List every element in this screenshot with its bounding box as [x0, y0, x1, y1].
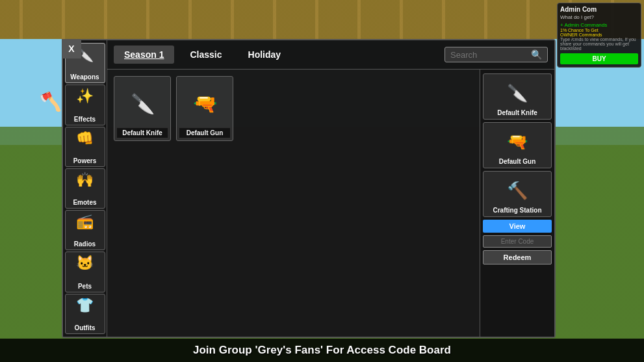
bottom-bar: Join Group 'Grey's Fans' For Access Code…: [0, 339, 644, 362]
item-icon-default-knife: 🔪: [131, 79, 155, 128]
powers-icon: 👊: [76, 130, 94, 147]
admin-small-text: Type /cmds to view commands, If you shar…: [560, 37, 638, 51]
tabs-header: Season 1 Classic Holiday 🔍: [107, 40, 554, 70]
panel-body: 🔪Weapons✨Effects👊Powers🙌Emotes📻Radios🐱Pe…: [63, 40, 554, 337]
right-item-default-gun: 🔫Default Gun: [483, 122, 552, 168]
sidebar-item-effects[interactable]: ✨Effects: [65, 84, 105, 125]
sidebar-item-label-weapons: Weapons: [70, 73, 99, 81]
sidebar-item-label-emotes: Emotes: [73, 199, 96, 206]
main-panel: 🔪Weapons✨Effects👊Powers🙌Emotes📻Radios🐱Pe…: [62, 39, 556, 338]
right-item-icon-crafting-station: 🔨: [507, 174, 528, 207]
item-card-default-gun[interactable]: 🔫Default Gun: [176, 76, 233, 141]
view-button[interactable]: View: [483, 220, 552, 233]
close-button[interactable]: X: [62, 39, 81, 58]
admin-panel: Admin Com What do I get? + Admin Command…: [557, 3, 641, 68]
tab-season1[interactable]: Season 1: [114, 45, 174, 64]
lower-content: 🔪Default Knife🔫Default Gun 🔪Default Knif…: [107, 70, 554, 337]
wood-fence: [0, 0, 644, 39]
right-item-default-knife: 🔪Default Knife: [483, 73, 552, 120]
right-item-crafting-station: 🔨Crafting Station: [483, 171, 552, 217]
side-axe-icon: 🪓: [39, 91, 62, 112]
sidebar-item-outfits[interactable]: 👕Outfits: [65, 294, 105, 334]
search-icon: 🔍: [531, 49, 542, 60]
item-icon-default-gun: 🔫: [193, 79, 217, 128]
sidebar-item-emotes[interactable]: 🙌Emotes: [65, 168, 105, 209]
item-label-default-knife: Default Knife: [117, 128, 168, 138]
sidebar-item-pets[interactable]: 🐱Pets: [65, 252, 105, 292]
item-label-default-gun: Default Gun: [179, 128, 230, 138]
pets-icon: 🐱: [76, 255, 94, 272]
sidebar-item-label-radios: Radios: [74, 240, 96, 248]
right-item-label-default-knife: Default Knife: [497, 109, 537, 116]
redeem-button[interactable]: Redeem: [483, 250, 552, 265]
effects-icon: ✨: [76, 88, 94, 105]
search-box: 🔍: [444, 47, 548, 62]
item-card-default-knife[interactable]: 🔪Default Knife: [114, 76, 171, 141]
radios-icon: 📻: [76, 213, 94, 230]
emotes-icon: 🙌: [76, 172, 94, 188]
sidebar-item-label-outfits: Outfits: [74, 324, 95, 331]
admin-buy-button[interactable]: BUY: [560, 53, 638, 64]
tab-holiday[interactable]: Holiday: [238, 45, 292, 64]
sidebar-item-label-pets: Pets: [78, 283, 92, 290]
enter-code-input[interactable]: [483, 235, 552, 248]
right-item-icon-default-knife: 🔪: [507, 77, 528, 109]
right-item-label-crafting-station: Crafting Station: [493, 207, 542, 214]
sidebar: 🔪Weapons✨Effects👊Powers🙌Emotes📻Radios🐱Pe…: [63, 40, 107, 337]
right-item-icon-default-gun: 🔫: [507, 125, 528, 158]
outfits-icon: 👕: [76, 297, 94, 314]
sidebar-item-radios[interactable]: 📻Radios: [65, 210, 105, 250]
bottom-bar-text: Join Group 'Grey's Fans' For Access Code…: [193, 344, 451, 357]
admin-line3: OWNER Commands: [560, 32, 638, 37]
admin-subtitle: What do I get?: [560, 14, 638, 20]
sidebar-item-label-effects: Effects: [74, 116, 96, 123]
tab-classic[interactable]: Classic: [179, 45, 232, 64]
admin-title: Admin Com: [560, 6, 638, 13]
admin-line1: + Admin Commands: [560, 22, 638, 28]
items-grid: 🔪Default Knife🔫Default Gun: [107, 70, 480, 337]
sidebar-item-powers[interactable]: 👊Powers: [65, 127, 105, 167]
content-area: Season 1 Classic Holiday 🔍 🔪Default Knif…: [107, 40, 554, 337]
search-input[interactable]: [450, 50, 528, 60]
right-item-label-default-gun: Default Gun: [499, 158, 536, 165]
admin-line2: 1% Chance To Get: [560, 28, 638, 32]
right-panel: 🔪Default Knife🔫Default Gun🔨Crafting Stat…: [480, 70, 554, 337]
sidebar-item-label-powers: Powers: [73, 157, 97, 164]
